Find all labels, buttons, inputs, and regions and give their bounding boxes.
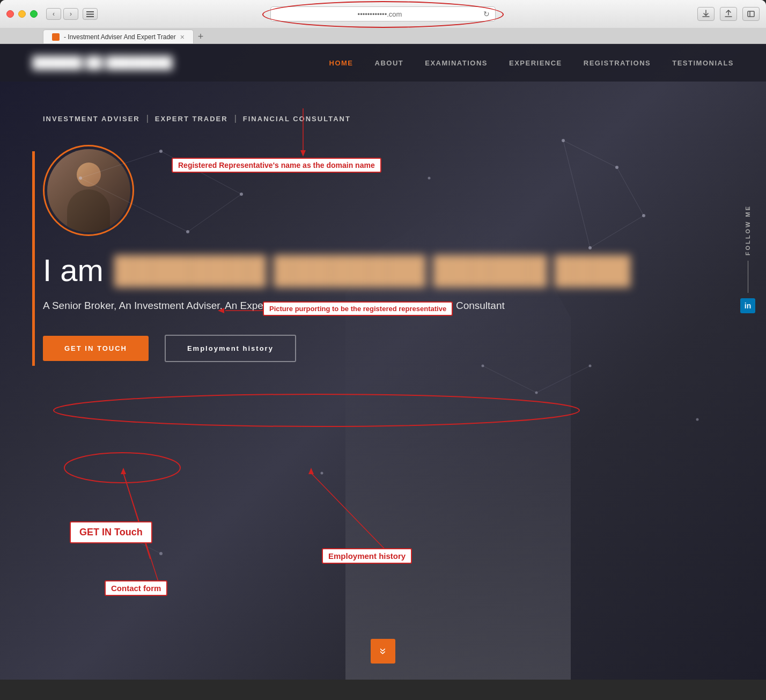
- active-tab[interactable]: - Investment Adviser And Expert Trader ×: [43, 30, 194, 43]
- tab-favicon: [52, 33, 60, 41]
- nav-link-experience[interactable]: EXPERIENCE: [509, 59, 562, 67]
- address-bar-container: ••••••••••••.com ↻: [270, 6, 496, 21]
- scroll-chevron-icon: »: [377, 648, 389, 654]
- tab-bar: - Investment Adviser And Expert Trader ×…: [0, 28, 766, 44]
- follow-me-sidebar: FOLLOW ME in: [740, 205, 755, 313]
- reload-button[interactable]: ↻: [483, 10, 490, 18]
- window-mode-button[interactable]: [742, 7, 760, 21]
- back-button[interactable]: ‹: [46, 8, 61, 20]
- nav-link-about[interactable]: ABOUT: [375, 59, 404, 67]
- hero-section: INVESTMENT ADVISER | EXPERT TRADER | FIN…: [0, 82, 766, 384]
- hero-name-blurred: ████████ ████████ ██████ ████: [114, 255, 631, 286]
- toolbar-right: [697, 7, 760, 21]
- svg-rect-3: [748, 11, 754, 17]
- linkedin-icon[interactable]: in: [740, 298, 755, 313]
- hero-name-row: I am ████████ ████████ ██████ ████: [43, 252, 723, 288]
- new-tab-button[interactable]: +: [194, 30, 208, 43]
- employment-history-button[interactable]: Employment history: [165, 335, 296, 362]
- sidebar-toggle-button[interactable]: [83, 8, 98, 20]
- nav-link-registrations[interactable]: REGISTRATIONS: [584, 59, 651, 67]
- person-silhouette: [64, 163, 113, 232]
- follow-me-line: [748, 261, 748, 293]
- svg-rect-1: [86, 13, 94, 14]
- website-content: ██████ ██ ████████ HOME ABOUT EXAMINATIO…: [0, 44, 766, 680]
- scroll-down-button[interactable]: »: [371, 639, 395, 664]
- site-logo: ██████ ██ ████████: [32, 56, 173, 70]
- site-navigation: ██████ ██ ████████ HOME ABOUT EXAMINATIO…: [0, 44, 766, 82]
- person-head: [77, 163, 101, 187]
- url-text: ••••••••••••.com: [276, 10, 483, 18]
- address-bar[interactable]: ••••••••••••.com ↻: [270, 6, 496, 21]
- svg-rect-2: [86, 16, 94, 17]
- follow-me-text: FOLLOW ME: [745, 205, 751, 255]
- person-body: [67, 189, 110, 232]
- fullscreen-button[interactable]: [30, 10, 38, 18]
- profile-image-circle: [43, 145, 134, 236]
- forward-button[interactable]: ›: [63, 8, 78, 20]
- browser-window: ‹ › ••••••••••••.com ↻: [0, 0, 766, 680]
- subtitle-financial-consultant: FINANCIAL CONSULTANT: [243, 115, 351, 123]
- hero-buttons: GET IN TOUCH Employment history: [43, 335, 723, 362]
- minimize-button[interactable]: [18, 10, 26, 18]
- hero-i-am-text: I am: [43, 252, 104, 288]
- subtitle-expert-trader: EXPERT TRADER: [155, 115, 228, 123]
- title-bar: ‹ › ••••••••••••.com ↻: [0, 0, 766, 28]
- get-in-touch-button[interactable]: GET IN TOUCH: [43, 336, 149, 361]
- nav-links: HOME ABOUT EXAMINATIONS EXPERIENCE REGIS…: [329, 59, 734, 67]
- traffic-lights: [6, 10, 38, 18]
- nav-buttons: ‹ ›: [46, 8, 78, 20]
- subtitle-divider-1: |: [146, 114, 149, 123]
- nav-link-examinations[interactable]: EXAMINATIONS: [425, 59, 488, 67]
- subtitle-row: INVESTMENT ADVISER | EXPERT TRADER | FIN…: [43, 114, 723, 123]
- tab-close-button[interactable]: ×: [180, 33, 185, 41]
- subtitle-investment-adviser: INVESTMENT ADVISER: [43, 115, 140, 123]
- nav-link-home[interactable]: HOME: [329, 59, 353, 67]
- profile-image-inner: [47, 149, 130, 232]
- share-button[interactable]: [720, 7, 737, 21]
- nav-link-testimonials[interactable]: TESTIMONIALS: [672, 59, 734, 67]
- download-button[interactable]: [697, 7, 715, 21]
- tab-title: - Investment Adviser And Expert Trader: [64, 33, 176, 41]
- subtitle-divider-2: |: [234, 114, 237, 123]
- svg-rect-0: [86, 11, 94, 12]
- hero-description: A Senior Broker, An Investment Adviser, …: [43, 299, 723, 313]
- close-button[interactable]: [6, 10, 14, 18]
